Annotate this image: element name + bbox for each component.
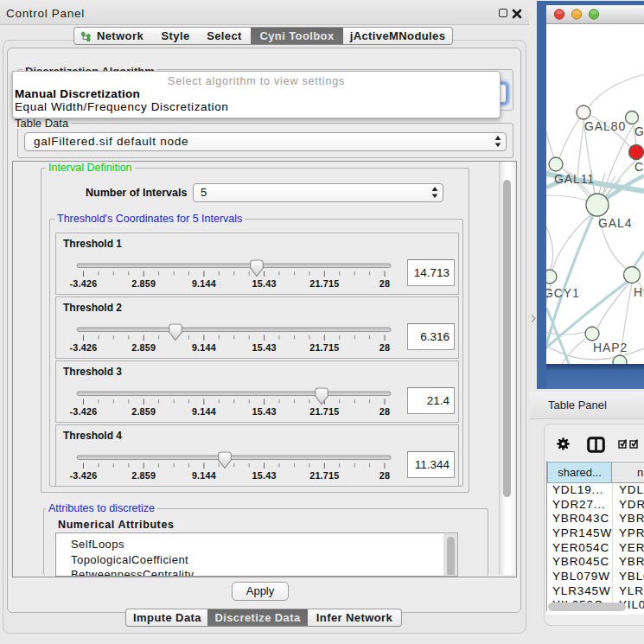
svg-text:C: C	[634, 160, 644, 174]
svg-text:GAL11: GAL11	[554, 172, 595, 186]
svg-text:GAL4: GAL4	[598, 216, 632, 230]
svg-text:GCY1: GCY1	[546, 286, 580, 300]
svg-text:HI: HI	[634, 285, 644, 299]
svg-text:GAL80: GAL80	[584, 119, 626, 133]
svg-text:GA: GA	[634, 124, 644, 138]
svg-text:HAP2: HAP2	[593, 341, 628, 354]
